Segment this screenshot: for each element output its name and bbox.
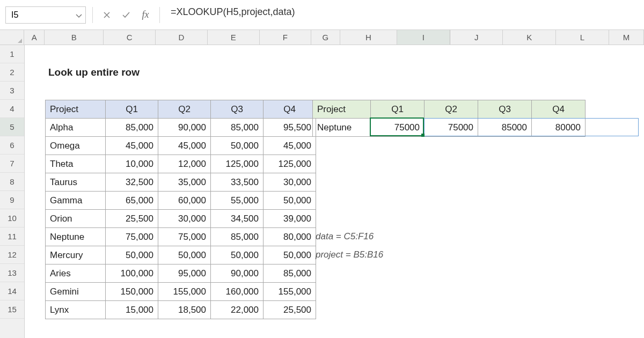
column-header[interactable]: I bbox=[397, 30, 450, 45]
column-header[interactable]: G bbox=[311, 30, 340, 45]
value-cell[interactable]: 50,000 bbox=[106, 246, 158, 264]
value-cell[interactable]: 22,000 bbox=[211, 301, 264, 319]
column-header[interactable]: H bbox=[340, 30, 398, 45]
row-header[interactable]: 2 bbox=[0, 63, 24, 82]
row-header[interactable]: 6 bbox=[0, 136, 24, 155]
table-header: Project bbox=[46, 100, 106, 119]
value-cell[interactable]: 32,500 bbox=[106, 173, 158, 192]
row-header[interactable]: 13 bbox=[0, 264, 24, 282]
row-headers: 123456789101112131415 bbox=[0, 45, 25, 338]
value-cell[interactable]: 85,000 bbox=[264, 264, 316, 283]
formula-input[interactable]: =XLOOKUP(H5,project,data) bbox=[166, 6, 639, 24]
value-cell[interactable]: 85,000 bbox=[211, 228, 264, 246]
row-header[interactable]: 9 bbox=[0, 191, 24, 209]
column-header[interactable]: L bbox=[556, 30, 609, 45]
value-cell[interactable]: 10,000 bbox=[106, 155, 158, 173]
column-header[interactable]: F bbox=[260, 30, 312, 45]
value-cell[interactable]: 75,000 bbox=[158, 228, 211, 246]
value-cell[interactable]: 160,000 bbox=[211, 283, 264, 301]
name-box[interactable]: I5 bbox=[5, 6, 86, 24]
lookup-value-cell[interactable]: 75000 bbox=[371, 119, 425, 137]
lookup-value-cell[interactable]: 80000 bbox=[532, 119, 586, 137]
value-cell[interactable]: 50,000 bbox=[264, 246, 316, 264]
column-header[interactable]: E bbox=[208, 30, 260, 45]
value-cell[interactable]: 95,500 bbox=[264, 119, 316, 137]
value-cell[interactable]: 30,000 bbox=[264, 173, 316, 192]
row-header[interactable]: 3 bbox=[0, 82, 24, 100]
value-cell[interactable]: 15,000 bbox=[106, 301, 158, 319]
value-cell[interactable]: 34,500 bbox=[211, 210, 264, 228]
cancel-icon[interactable] bbox=[99, 8, 114, 23]
table-row: Lynx15,00018,50022,00025,500 bbox=[46, 301, 316, 319]
project-cell[interactable]: Mercury bbox=[46, 246, 106, 264]
value-cell[interactable]: 85,000 bbox=[106, 119, 158, 137]
project-cell[interactable]: Orion bbox=[46, 210, 106, 228]
value-cell[interactable]: 50,000 bbox=[264, 192, 316, 210]
row-header[interactable]: 5 bbox=[0, 118, 24, 136]
row-header[interactable]: 11 bbox=[0, 227, 24, 246]
value-cell[interactable]: 50,000 bbox=[211, 137, 264, 155]
value-cell[interactable]: 55,000 bbox=[211, 192, 264, 210]
project-cell[interactable]: Lynx bbox=[46, 301, 106, 319]
value-cell[interactable]: 90,000 bbox=[158, 119, 211, 137]
lookup-project-cell[interactable]: Neptune bbox=[313, 119, 371, 137]
project-cell[interactable]: Alpha bbox=[46, 119, 106, 137]
select-all-corner[interactable] bbox=[0, 30, 24, 45]
fx-icon[interactable]: fx bbox=[138, 8, 153, 23]
enter-icon[interactable] bbox=[119, 8, 134, 23]
value-cell[interactable]: 33,500 bbox=[211, 173, 264, 192]
value-cell[interactable]: 100,000 bbox=[106, 264, 158, 283]
value-cell[interactable]: 50,000 bbox=[158, 246, 211, 264]
lookup-value-cell[interactable]: 85000 bbox=[478, 119, 532, 137]
value-cell[interactable]: 25,500 bbox=[264, 301, 316, 319]
project-cell[interactable]: Gamma bbox=[46, 192, 106, 210]
value-cell[interactable]: 25,500 bbox=[106, 210, 158, 228]
value-cell[interactable]: 85,000 bbox=[211, 119, 264, 137]
column-header[interactable]: B bbox=[45, 30, 104, 45]
column-header[interactable]: J bbox=[450, 30, 503, 45]
column-header[interactable]: M bbox=[609, 30, 644, 45]
value-cell[interactable]: 75,000 bbox=[106, 228, 158, 246]
value-cell[interactable]: 125,000 bbox=[211, 155, 264, 173]
value-cell[interactable]: 30,000 bbox=[158, 210, 211, 228]
value-cell[interactable]: 80,000 bbox=[264, 228, 316, 246]
value-cell[interactable]: 45,000 bbox=[106, 137, 158, 155]
row-header[interactable]: 10 bbox=[0, 209, 24, 227]
value-cell[interactable]: 12,000 bbox=[158, 155, 211, 173]
value-cell[interactable]: 35,000 bbox=[158, 173, 211, 192]
value-cell[interactable]: 45,000 bbox=[264, 137, 316, 155]
project-cell[interactable]: Gemini bbox=[46, 283, 106, 301]
value-cell[interactable]: 150,000 bbox=[106, 283, 158, 301]
value-cell[interactable]: 45,000 bbox=[158, 137, 211, 155]
row-header[interactable]: 1 bbox=[0, 45, 24, 63]
column-header[interactable]: D bbox=[156, 30, 208, 45]
cells-area[interactable]: Look up entire row ProjectQ1Q2Q3Q4Alpha8… bbox=[25, 45, 644, 338]
row-header[interactable]: 8 bbox=[0, 173, 24, 191]
project-cell[interactable]: Theta bbox=[46, 155, 106, 173]
row-header[interactable]: 15 bbox=[0, 300, 24, 319]
row-header[interactable]: 14 bbox=[0, 282, 24, 300]
row-header[interactable]: 7 bbox=[0, 155, 24, 173]
value-cell[interactable]: 155,000 bbox=[158, 283, 211, 301]
value-cell[interactable]: 125,000 bbox=[264, 155, 316, 173]
project-cell[interactable]: Neptune bbox=[46, 228, 106, 246]
value-cell[interactable]: 65,000 bbox=[106, 192, 158, 210]
project-cell[interactable]: Omega bbox=[46, 137, 106, 155]
value-cell[interactable]: 60,000 bbox=[158, 192, 211, 210]
chevron-down-icon[interactable] bbox=[76, 12, 82, 18]
value-cell[interactable]: 39,000 bbox=[264, 210, 316, 228]
table-row: Gemini150,000155,000160,000155,000 bbox=[46, 283, 316, 301]
column-header[interactable]: A bbox=[24, 30, 45, 45]
lookup-value-cell[interactable]: 75000 bbox=[425, 119, 478, 137]
project-cell[interactable]: Taurus bbox=[46, 173, 106, 192]
project-cell[interactable]: Aries bbox=[46, 264, 106, 283]
row-header[interactable]: 4 bbox=[0, 100, 24, 118]
value-cell[interactable]: 95,000 bbox=[158, 264, 211, 283]
value-cell[interactable]: 50,000 bbox=[211, 246, 264, 264]
value-cell[interactable]: 155,000 bbox=[264, 283, 316, 301]
column-header[interactable]: C bbox=[104, 30, 156, 45]
value-cell[interactable]: 18,500 bbox=[158, 301, 211, 319]
column-header[interactable]: K bbox=[503, 30, 556, 45]
value-cell[interactable]: 90,000 bbox=[211, 264, 264, 283]
row-header[interactable]: 12 bbox=[0, 246, 24, 264]
